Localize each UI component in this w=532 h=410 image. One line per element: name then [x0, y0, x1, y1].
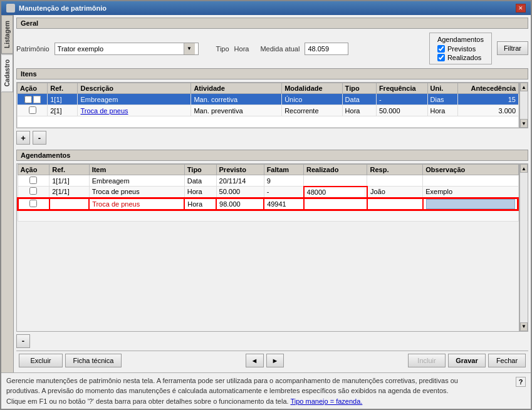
left-action-buttons: Excluir Ficha técnica: [19, 354, 122, 367]
sched-ref-cell: 1[1/1]: [50, 175, 89, 187]
descricao-cell: Embreagem: [78, 94, 191, 105]
sched-realizado-cell: [304, 187, 367, 198]
scroll-track: [520, 91, 528, 119]
sched-realizado-cell-edit[interactable]: [304, 198, 367, 210]
fechar-button[interactable]: Fechar: [488, 354, 526, 367]
realizado-edit-input[interactable]: [307, 200, 364, 208]
next-button[interactable]: ►: [266, 354, 284, 367]
sched-scrollbar[interactable]: ▲ ▼: [519, 163, 528, 332]
prev-button[interactable]: ◄: [246, 354, 264, 367]
close-button[interactable]: ✕: [516, 4, 526, 13]
window-icon: [6, 4, 15, 13]
sched-item-cell-edit: Troca de pneus: [89, 198, 184, 210]
gravar-button[interactable]: Gravar: [448, 354, 486, 367]
items-add-remove: + -: [16, 128, 528, 147]
modalidade-cell: Recorrente: [282, 105, 342, 116]
agendamentos-section: Agendamentos Ação Ref. Item Tipo Previst…: [16, 150, 528, 351]
sched-scroll-down[interactable]: ▼: [520, 322, 528, 331]
table-row[interactable]: 2[1] Troca de pneus Man. preventiva Reco…: [18, 105, 519, 116]
antecedencia-cell: 15: [457, 94, 518, 105]
sched-col-realizado: Realizado: [304, 165, 367, 175]
incluir-button[interactable]: Incluir: [408, 354, 446, 367]
col-tipo: Tipo: [342, 83, 376, 94]
atividade-cell: Man. corretiva: [191, 94, 282, 105]
sched-scroll-up[interactable]: ▲: [520, 164, 528, 173]
scroll-down-arrow[interactable]: ▼: [520, 119, 528, 128]
sched-col-item: Item: [89, 165, 184, 175]
patrimonio-label: Patrimônio: [16, 45, 50, 53]
sched-row[interactable]: 2[1/1] Troca de pneus Hora 50.000 - João: [18, 187, 518, 198]
agendamentos-section-header: Agendamentos: [16, 150, 528, 161]
sched-checkbox[interactable]: [29, 177, 37, 184]
previstos-row: Previstos: [437, 45, 484, 53]
excluir-button[interactable]: Excluir: [19, 354, 63, 367]
sched-row-editing[interactable]: Troca de pneus Hora 98.000 49941: [18, 198, 518, 210]
sched-table: Ação Ref. Item Tipo Previsto Faltam Real…: [17, 164, 519, 222]
title-bar: Manutenção de patrimônio ✕: [1, 1, 531, 15]
items-scrollbar[interactable]: ▲ ▼: [519, 82, 528, 128]
tab-listagem[interactable]: Listagem: [1, 15, 13, 54]
atividade-cell: Man. preventiva: [191, 105, 282, 116]
row-checkbox[interactable]: [24, 96, 32, 103]
col-antecedencia: Antecedência: [457, 83, 518, 94]
filtrar-button[interactable]: Filtrar: [497, 41, 528, 55]
scroll-up-arrow[interactable]: ▲: [520, 83, 528, 91]
main-window: Manutenção de patrimônio ✕ Listagem Cada…: [0, 0, 532, 410]
sched-col-faltam: Faltam: [264, 165, 303, 175]
previstos-checkbox[interactable]: [437, 45, 445, 53]
patrimonio-input[interactable]: [55, 45, 184, 53]
medida-input[interactable]: [305, 43, 348, 55]
sched-tipo-cell: Hora: [184, 187, 216, 198]
uni-cell: Hora: [427, 105, 457, 116]
sched-acao-cell: [18, 198, 50, 210]
items-table-container: Ação Ref. Descrição Atividade Modalidade…: [16, 82, 519, 128]
window-title: Manutenção de patrimônio: [19, 4, 107, 12]
status-bar: Gerencie manutenções de patrimônio nesta…: [1, 372, 531, 409]
sched-checkbox[interactable]: [29, 200, 37, 207]
items-section: Itens Ação Ref. Descrição Atividade Moda…: [16, 68, 528, 147]
tab-cadastro[interactable]: Cadastro: [1, 54, 13, 92]
realizados-row: Realizados: [437, 54, 484, 61]
sched-ref-cell-edit: [50, 198, 89, 210]
sched-realizado-cell: [304, 175, 367, 187]
geral-section: Patrimônio ▼ Tipo Hora Medida atual Agen…: [16, 31, 528, 66]
tipo-cell: Data: [342, 94, 376, 105]
modalidade-cell: Único: [282, 94, 342, 105]
tipo-cell: Hora: [342, 105, 376, 116]
help-button[interactable]: ?: [516, 377, 526, 387]
sched-remove-button[interactable]: -: [16, 334, 30, 348]
table-row[interactable]: 1[1] Embreagem Man. corretiva Único Data…: [18, 94, 519, 105]
realizados-checkbox[interactable]: [437, 54, 445, 61]
sched-col-previsto: Previsto: [216, 165, 264, 175]
agendamentos-group: Agendamentos Previstos Realizados: [429, 33, 492, 64]
items-remove-button[interactable]: -: [33, 131, 46, 145]
descricao-cell: Troca de pneus: [78, 105, 191, 116]
ref-cell: 1[1]: [48, 94, 78, 105]
sched-obs-cell: Exemplo: [423, 187, 518, 198]
sched-previsto-cell: 20/11/14: [216, 175, 264, 187]
sched-resp-cell-edit[interactable]: [367, 198, 423, 210]
sched-faltam-cell: -: [264, 187, 303, 198]
patrimonio-combo[interactable]: ▼: [55, 43, 199, 55]
realizado-input[interactable]: [307, 188, 364, 196]
left-tabs: Listagem Cadastro: [1, 15, 14, 372]
sched-checkbox[interactable]: [29, 187, 37, 195]
sched-scroll-track: [520, 173, 528, 322]
sched-table-container: Ação Ref. Item Tipo Previsto Faltam Real…: [16, 163, 519, 332]
ficha-tecnica-button[interactable]: Ficha técnica: [65, 354, 122, 367]
realizados-label: Realizados: [447, 54, 481, 61]
main-content: Geral Patrimônio ▼ Tipo Hora Medida atua…: [14, 15, 531, 372]
items-add-button[interactable]: +: [16, 131, 30, 145]
patrimonio-dropdown-arrow[interactable]: ▼: [184, 43, 195, 54]
sched-acao-cell: [18, 175, 50, 187]
sched-row[interactable]: 1[1/1] Embreagem Data 20/11/14 9: [18, 175, 518, 187]
row-checkbox[interactable]: [29, 106, 36, 114]
sched-obs-cell-edit[interactable]: [423, 198, 518, 210]
items-header: Itens: [16, 68, 528, 79]
geral-header: Geral: [16, 18, 528, 29]
status-link[interactable]: Tipo manejo = fazenda.: [290, 397, 362, 405]
sched-remove-area: -: [16, 332, 528, 351]
obs-blue-input[interactable]: [426, 199, 515, 209]
sched-col-tipo: Tipo: [184, 165, 216, 175]
frequencia-cell: 50.000: [376, 105, 427, 116]
